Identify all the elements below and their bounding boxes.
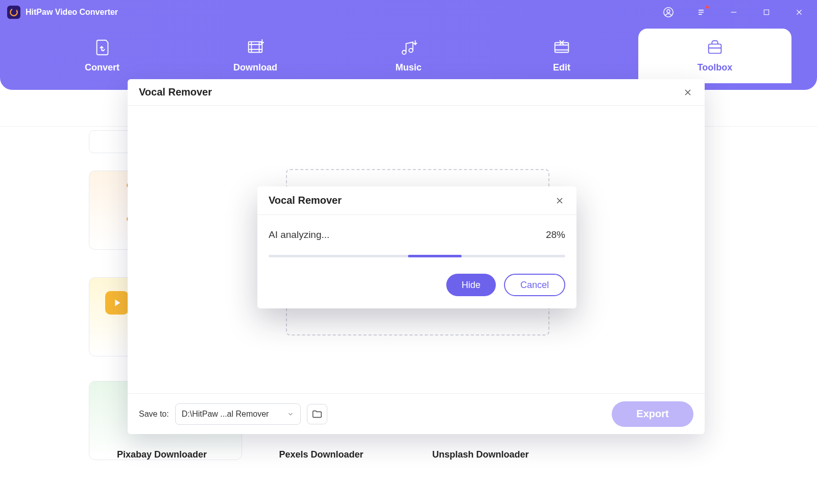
- hide-button[interactable]: Hide: [446, 274, 496, 296]
- svg-point-0: [9, 8, 18, 17]
- progress-line: AI analyzing... 28%: [269, 229, 565, 241]
- tool-label: Pixabay Downloader: [89, 443, 235, 466]
- app-title: HitPaw Video Converter: [26, 8, 118, 17]
- tool-label: Pexels Downloader: [248, 443, 394, 466]
- tab-convert[interactable]: Convert: [26, 29, 179, 83]
- dialog-header: Vocal Remover: [257, 186, 576, 215]
- cancel-button[interactable]: Cancel: [504, 274, 565, 296]
- header-banner: HitPaw Video Converter Convert: [0, 0, 817, 90]
- dialog-title: Vocal Remover: [269, 195, 342, 206]
- window-controls: [663, 7, 810, 18]
- notification-dot: [706, 6, 709, 9]
- account-icon[interactable]: [663, 7, 674, 18]
- menu-icon[interactable]: [695, 7, 707, 18]
- chevron-down-icon: [287, 411, 294, 418]
- svg-rect-4: [249, 42, 262, 53]
- svg-rect-3: [764, 10, 768, 14]
- panel-header: Vocal Remover: [128, 79, 705, 106]
- progress-track: [269, 255, 565, 257]
- main-tabs: Convert Download Music Edit Toolbox: [0, 25, 817, 83]
- play-icon: [105, 291, 129, 315]
- status-text: AI analyzing...: [269, 229, 329, 241]
- tab-edit[interactable]: Edit: [485, 29, 638, 83]
- minimize-icon[interactable]: [728, 7, 739, 18]
- progress-indicator: [408, 255, 462, 257]
- percent-text: 28%: [546, 229, 565, 241]
- panel-footer: Save to: D:\HitPaw ...al Remover Export: [128, 393, 705, 434]
- tool-labels-row: Pixabay Downloader Pexels Downloader Uns…: [0, 443, 817, 466]
- save-path-text: D:\HitPaw ...al Remover: [182, 410, 269, 419]
- app-logo: [7, 6, 20, 19]
- tool-label: Unsplash Downloader: [407, 443, 554, 466]
- svg-rect-6: [709, 44, 722, 53]
- tab-label: Edit: [553, 62, 570, 73]
- dialog-body: AI analyzing... 28%: [257, 215, 576, 271]
- tab-label: Music: [395, 62, 421, 73]
- save-path-select[interactable]: D:\HitPaw ...al Remover: [175, 403, 301, 425]
- tab-label: Download: [233, 62, 277, 73]
- progress-dialog: Vocal Remover AI analyzing... 28% Hide C…: [257, 186, 576, 308]
- maximize-icon[interactable]: [761, 7, 772, 18]
- svg-point-2: [667, 10, 670, 13]
- save-to-label: Save to:: [139, 410, 169, 419]
- open-folder-button[interactable]: [307, 404, 327, 424]
- tab-music[interactable]: Music: [332, 29, 485, 83]
- tab-label: Toolbox: [698, 62, 733, 73]
- dialog-footer: Hide Cancel: [257, 271, 576, 308]
- export-button[interactable]: Export: [612, 401, 693, 427]
- tab-label: Convert: [85, 62, 119, 73]
- tab-download[interactable]: Download: [179, 29, 332, 83]
- window-close-icon[interactable]: [794, 7, 805, 18]
- tab-toolbox[interactable]: Toolbox: [638, 29, 791, 83]
- panel-title: Vocal Remover: [139, 86, 212, 98]
- panel-close-icon[interactable]: [682, 87, 693, 98]
- dialog-close-icon[interactable]: [554, 195, 565, 206]
- svg-rect-5: [555, 43, 569, 53]
- titlebar: HitPaw Video Converter: [0, 0, 817, 25]
